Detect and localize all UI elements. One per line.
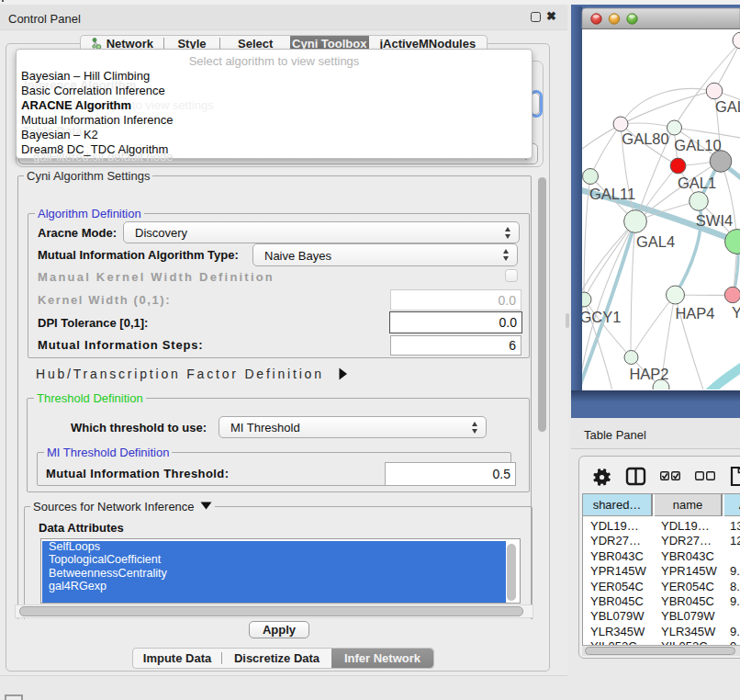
svg-text:YJR: YJR xyxy=(732,304,740,321)
svg-text:SWI4: SWI4 xyxy=(696,212,733,229)
svg-text:GAL10: GAL10 xyxy=(674,137,721,153)
svg-text:GAL4: GAL4 xyxy=(636,233,675,250)
svg-text:GAL80: GAL80 xyxy=(622,130,668,147)
svg-text:HAP4: HAP4 xyxy=(675,305,714,322)
svg-text:GAL1: GAL1 xyxy=(678,175,716,191)
svg-text:GCY1: GCY1 xyxy=(580,309,622,325)
svg-text:HAP2: HAP2 xyxy=(629,366,668,382)
svg-text:GAL11: GAL11 xyxy=(589,186,635,202)
svg-text:GAL2: GAL2 xyxy=(715,98,740,115)
